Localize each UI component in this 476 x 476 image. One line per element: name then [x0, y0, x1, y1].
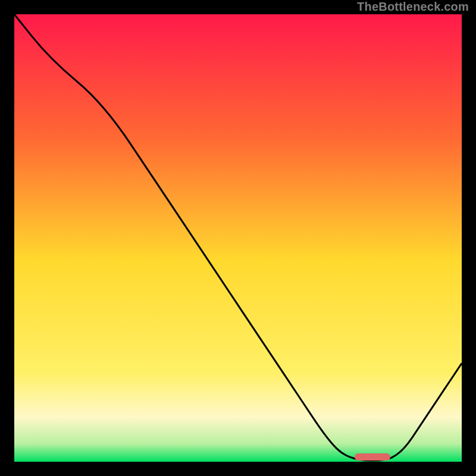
watermark-text: TheBottleneck.com	[357, 0, 469, 14]
plot-frame	[13, 13, 463, 463]
chart-container: TheBottleneck.com	[0, 0, 476, 476]
curve-layer	[14, 14, 462, 462]
bottleneck-curve	[14, 14, 462, 461]
optimal-marker	[355, 453, 390, 461]
